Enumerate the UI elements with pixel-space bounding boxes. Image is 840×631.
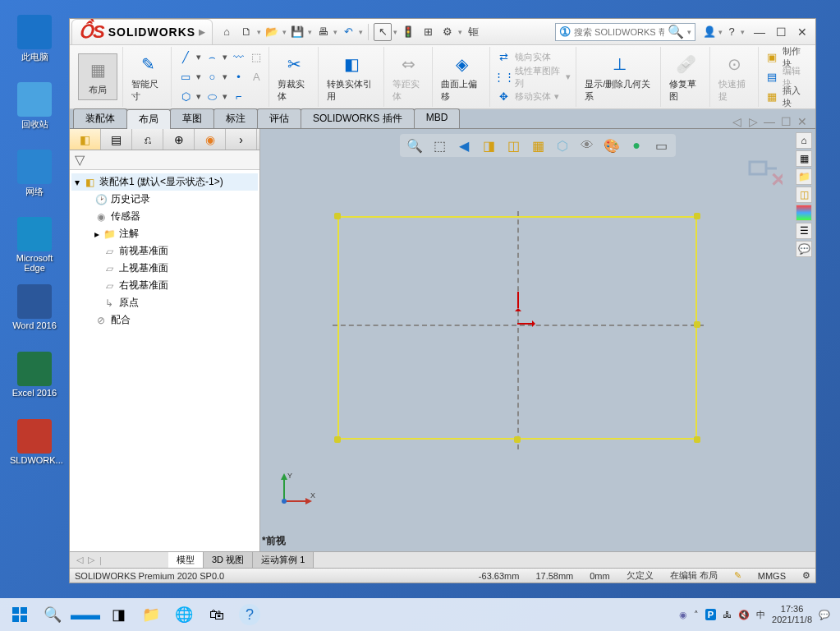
filter-icon[interactable]: ▽ — [75, 152, 85, 168]
taskview-icon[interactable]: ▬▬ — [69, 601, 102, 628]
tree-item-7[interactable]: ⊘配合 — [71, 311, 258, 329]
tray-chevron-icon[interactable]: ˄ — [694, 610, 699, 620]
handle-rm[interactable] — [694, 321, 700, 328]
chevron-right-icon[interactable]: ▸ — [199, 24, 205, 39]
property-tab[interactable]: ▤ — [101, 129, 132, 150]
meet-tray-icon[interactable]: ◉ — [679, 610, 687, 620]
undo-icon[interactable]: ↶ — [339, 23, 357, 41]
traffic-icon[interactable]: 🚦 — [399, 23, 417, 41]
tree-item-3[interactable]: ▱前视基准面 — [71, 242, 258, 260]
status-gear-icon[interactable]: ⚙ — [802, 570, 810, 581]
help-taskbar-icon[interactable]: ? — [239, 604, 260, 625]
gear-icon[interactable]: ⚙ — [438, 23, 457, 41]
show-relations-button[interactable]: ⊥ 显示/删除几何关系 — [583, 50, 655, 104]
sketch-rectangle[interactable] — [337, 216, 697, 440]
search-icon[interactable]: 🔍 — [668, 24, 684, 39]
more-tab[interactable]: › — [226, 129, 257, 150]
custom-props-tab-icon[interactable]: ☰ — [796, 223, 812, 239]
close-button[interactable]: ✕ — [796, 25, 809, 39]
file-explorer-tab-icon[interactable]: 📁 — [796, 168, 812, 185]
user-icon[interactable]: 👤 — [700, 23, 718, 41]
line-tool[interactable]: ╱▾ ⌢▾ 〰 ⬚ — [178, 48, 264, 67]
desktop-icon-5[interactable]: Excel 2016 — [10, 352, 59, 398]
tree-item-1[interactable]: ◉传感器 — [71, 208, 258, 225]
save-icon[interactable]: 💾 — [288, 23, 306, 41]
new-icon[interactable]: 🗋 — [237, 23, 255, 41]
rect-tool[interactable]: ▭▾ ○▾ • A — [178, 68, 264, 86]
tree-item-5[interactable]: ▱右视基准面 — [71, 277, 258, 294]
handle-tr[interactable] — [694, 213, 700, 219]
tree-root[interactable]: ▾ ◧ 装配体1 (默认<显示状态-1>) — [71, 173, 258, 191]
view-palette-tab-icon[interactable]: ◫ — [796, 187, 812, 203]
desktop-icon-1[interactable]: 回收站 — [10, 82, 59, 131]
tab-SOLIDWORKS 插件[interactable]: SOLIDWORKS 插件 — [301, 108, 415, 128]
tab-标注[interactable]: 标注 — [213, 108, 258, 128]
tree-item-2[interactable]: ▸📁注解 — [71, 225, 258, 242]
status-pencil-icon[interactable]: ✎ — [734, 570, 741, 581]
tree-item-4[interactable]: ▱上视基准面 — [71, 260, 258, 277]
bottom-tab-2[interactable]: 运动算例 1 — [253, 552, 314, 568]
bottom-tab-1[interactable]: 3D 视图 — [204, 552, 253, 568]
onedrive-tray-icon[interactable]: P — [705, 609, 716, 620]
doc-max-icon[interactable]: ☐ — [779, 115, 792, 128]
search-input[interactable] — [574, 27, 664, 37]
appearances-tab-icon[interactable] — [796, 205, 812, 221]
start-button[interactable] — [3, 601, 36, 628]
handle-bm[interactable] — [514, 436, 521, 443]
resources-tab-icon[interactable]: ⌂ — [796, 132, 812, 149]
search-box[interactable]: ① 🔍▾ — [555, 23, 695, 41]
repair-button[interactable]: 🩹 修复草图 — [668, 50, 704, 104]
volume-tray-icon[interactable]: 🔇 — [738, 610, 750, 620]
layout-button[interactable]: ▦ 布局 — [78, 53, 117, 100]
graphics-view[interactable]: 🔍 ⬚ ◀ ◨ ◫ ▦ ⬡ 👁 🎨 ● ▭ — [260, 129, 815, 551]
convert-button[interactable]: ◧ 转换实体引用 — [325, 50, 379, 104]
tab-装配体[interactable]: 装配体 — [73, 108, 127, 128]
tab-草图[interactable]: 草图 — [170, 108, 214, 128]
network-tray-icon[interactable]: 🖧 — [723, 610, 732, 619]
desktop-icon-2[interactable]: 网络 — [10, 150, 59, 198]
tab-布局[interactable]: 布局 — [126, 109, 171, 129]
prev-doc-icon[interactable]: ◁ — [730, 115, 743, 128]
offset-surf-button[interactable]: ◈ 曲面上偏移 — [439, 50, 484, 104]
insert-block-row[interactable]: ▦插入块 — [765, 88, 807, 106]
ime-indicator[interactable]: 中 — [756, 609, 765, 621]
bottom-tab-0[interactable]: 模型 — [168, 552, 204, 568]
bt-right-icon[interactable]: ▷ — [88, 555, 94, 565]
desktop-icon-6[interactable]: SLDWORK... — [10, 419, 59, 465]
poly-tool[interactable]: ⬡▾ ⬭▾ ⌐ — [178, 88, 264, 106]
clock[interactable]: 17:36 2021/11/8 — [772, 604, 812, 625]
open-icon[interactable]: 📂 — [263, 23, 281, 41]
design-lib-tab-icon[interactable]: ▦ — [796, 150, 812, 167]
handle-tl[interactable] — [334, 213, 341, 219]
next-doc-icon[interactable]: ▷ — [746, 115, 760, 128]
text-icon[interactable]: 钷 — [464, 23, 482, 41]
trim-button[interactable]: ✂ 剪裁实体 — [276, 50, 312, 104]
expand-icon[interactable]: ▾ — [75, 177, 80, 188]
home-icon[interactable]: ⌂ — [218, 23, 236, 41]
tree-item-0[interactable]: 🕑历史记录 — [71, 191, 258, 208]
feature-tree-tab[interactable]: ◧ — [70, 129, 101, 150]
desktop-icon-0[interactable]: 此电脑 — [10, 15, 59, 63]
tree-item-6[interactable]: ↳原点 — [71, 294, 258, 311]
select-icon[interactable]: ↖ — [374, 23, 392, 41]
exit-sketch-icon[interactable]: ✕ — [746, 154, 783, 194]
bt-left-icon[interactable]: ◁ — [76, 555, 83, 565]
store-icon[interactable]: 🛍 — [200, 601, 233, 628]
make-block-row[interactable]: ▣制作块 — [765, 48, 807, 67]
options-icon[interactable]: ⊞ — [419, 23, 437, 41]
maximize-button[interactable]: ☐ — [774, 25, 787, 39]
handle-br[interactable] — [694, 436, 700, 443]
doc-min-icon[interactable]: — — [763, 115, 776, 128]
dimxpert-tab[interactable]: ⊕ — [163, 129, 195, 150]
minimize-button[interactable]: — — [753, 25, 766, 39]
smart-dimension-button[interactable]: ✎ 智能尺寸 — [130, 50, 166, 104]
help-icon[interactable]: ? — [723, 23, 741, 41]
tab-评估[interactable]: 评估 — [257, 108, 301, 128]
search-taskbar-icon[interactable]: 🔍 — [36, 601, 69, 628]
tab-MBD[interactable]: MBD — [414, 108, 461, 128]
display-tab[interactable]: ◉ — [195, 129, 226, 150]
explorer-icon[interactable]: 📁 — [135, 601, 168, 628]
forum-tab-icon[interactable]: 💬 — [796, 241, 812, 257]
desktop-icon-4[interactable]: Word 2016 — [10, 284, 59, 330]
notifications-tray-icon[interactable]: 💬 — [819, 610, 830, 620]
